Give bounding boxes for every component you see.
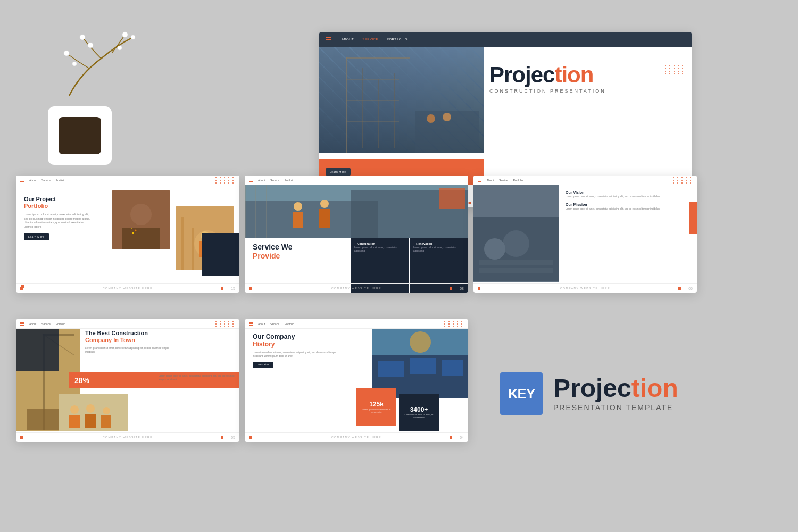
portfolio-company-web: Company Website Here [103, 287, 153, 290]
history-images-area: 125k Lorem ipsum dolor sit amet, et cons… [356, 329, 468, 442]
portfolio-foot-sq-l [20, 287, 23, 290]
portfolio-body: Lorem ipsum dolor sit amet, consectetur … [24, 213, 93, 229]
history-title: Our Company History [253, 333, 338, 348]
constr-nav-service[interactable]: Service [41, 322, 51, 326]
svg-rect-53 [69, 415, 80, 428]
portfolio-content: Our Project Portfolio Lorem ipsum dolor … [16, 185, 239, 293]
portfolio-nav-portfolio[interactable]: Portfolio [56, 179, 65, 182]
service-img-accent [439, 188, 466, 209]
history-stat1-num: 125k [369, 401, 384, 408]
portfolio-nav-service[interactable]: Service [41, 179, 51, 182]
svg-point-52 [70, 405, 79, 414]
portfolio-nav: About Service Portfolio [16, 176, 239, 185]
construction-hamburger [20, 322, 24, 326]
service-images [245, 185, 468, 238]
hero-lorem-text: Lorem ipsum dolor sit amet, consectetur … [489, 168, 681, 173]
hero-nav: About Service Portfolio [319, 32, 692, 47]
hero-main-title: Projection [489, 64, 681, 86]
svg-rect-60 [378, 361, 404, 377]
service-item-label-1: Consultation [357, 242, 375, 245]
history-hamburger [249, 322, 253, 326]
hero-nav-about[interactable]: About [342, 38, 354, 41]
service-nav-service[interactable]: Service [270, 179, 279, 182]
arrow-icon-1: › [354, 242, 355, 245]
brand-name-black: Projec [553, 374, 631, 402]
history-nav-about[interactable]: About [258, 322, 265, 326]
service-footer: Company Website Here 08 [245, 283, 468, 293]
company-nav-service[interactable]: Service [499, 179, 508, 182]
history-btn[interactable]: Learn More [253, 362, 273, 368]
company-orange-bar [689, 202, 697, 234]
service-item-label-2: Renovation [416, 242, 432, 245]
service-item-title-1: › Consultation [354, 242, 406, 245]
service-nav-portfolio[interactable]: Portfolio [285, 179, 294, 182]
history-foot-sq-r [450, 436, 452, 439]
svg-rect-38 [255, 185, 256, 238]
company-hamburger [478, 179, 481, 182]
history-foot-sq-l [249, 436, 252, 439]
hero-title-black: Projec [489, 62, 554, 87]
brand-text: Projection Presentation Template [553, 376, 678, 412]
hero-learn-more[interactable]: Learn More [326, 168, 351, 176]
svg-point-63 [410, 331, 431, 353]
portfolio-dots [215, 177, 235, 184]
hero-dots-pattern [665, 65, 685, 74]
company-nav-portfolio[interactable]: Portfolio [513, 179, 523, 182]
svg-point-42 [484, 238, 505, 260]
portfolio-footer: Company Website Here 15 [16, 283, 239, 293]
svg-rect-8 [346, 57, 410, 59]
vision-title: Our Vision [566, 190, 693, 194]
mission-block: Our Mission Lorem ipsum dolor sit amet, … [566, 203, 693, 211]
hero-title-orange: tion [554, 62, 593, 87]
hero-nav-service[interactable]: Service [362, 38, 378, 41]
history-nav-service[interactable]: Service [270, 322, 279, 326]
history-text-area: Our Company History Lorem ipsum dolor si… [253, 333, 338, 368]
svg-rect-55 [85, 414, 96, 428]
portfolio-nav-about[interactable]: About [29, 179, 36, 182]
history-stat-2: 3400+ Lorem ipsum dolor sit amet, et con… [399, 394, 439, 431]
svg-point-2 [122, 32, 128, 37]
key-badge: KEY [500, 372, 543, 415]
company-nav-about[interactable]: About [487, 179, 494, 182]
svg-point-33 [294, 202, 302, 211]
hero-nav-portfolio[interactable]: Portfolio [387, 38, 408, 41]
service-company-web: Company Website Here [331, 287, 381, 290]
construction-nav: About Service Portfolio [16, 319, 239, 329]
svg-rect-14 [346, 121, 399, 122]
history-footer: Company Website Here 04 [245, 432, 468, 442]
history-company-web: Company Website Here [331, 436, 381, 439]
history-nav-portfolio[interactable]: Portfolio [285, 322, 294, 326]
history-stat2-label: Lorem ipsum dolor sit amet, et consectet… [399, 413, 439, 419]
svg-point-6 [131, 35, 135, 39]
service-nav-about[interactable]: About [258, 179, 265, 182]
branding-area: KEY Projection Presentation Template [500, 351, 724, 436]
portfolio-num: 15 [231, 287, 235, 290]
service-foot-sq-l [249, 287, 252, 290]
portfolio-slide: About Service Portfolio Our Project Port… [16, 176, 239, 293]
constr-title: The Best Construction Company In Town [85, 330, 234, 344]
branch-decoration [37, 27, 144, 106]
svg-rect-44 [479, 260, 553, 265]
company-foot-sq-r [678, 287, 681, 290]
service-item-text-1: Lorem ipsum dolor sit amet, consectetur … [354, 246, 406, 253]
constr-num: 05 [231, 436, 235, 439]
svg-point-16 [427, 114, 435, 123]
percent-text-area: Lorem ipsum dolor sit amet, consectetur … [154, 372, 239, 399]
portfolio-heading-black: Our Project [24, 196, 93, 203]
svg-rect-34 [293, 212, 303, 228]
service-nav: About Service Portfolio [245, 176, 468, 185]
constr-nav-portfolio[interactable]: Portfolio [56, 322, 65, 326]
constr-title-orange: Company In Town [85, 337, 234, 344]
mission-text: Lorem ipsum dolor sit amet, consectetur … [566, 207, 693, 211]
portfolio-btn[interactable]: Learn More [24, 233, 49, 240]
company-footer: Company Website Here 06 [473, 283, 697, 293]
svg-rect-37 [245, 185, 246, 238]
portfolio-img-1 [112, 190, 170, 249]
service-num: 08 [460, 287, 464, 290]
svg-point-43 [503, 230, 529, 257]
svg-rect-7 [346, 57, 347, 153]
brand-name-orange: tion [631, 374, 678, 402]
service-item-text-2: Lorem ipsum dolor sit amet, consectetur … [413, 246, 465, 253]
constr-nav-about[interactable]: About [29, 322, 36, 326]
svg-point-0 [80, 35, 85, 40]
